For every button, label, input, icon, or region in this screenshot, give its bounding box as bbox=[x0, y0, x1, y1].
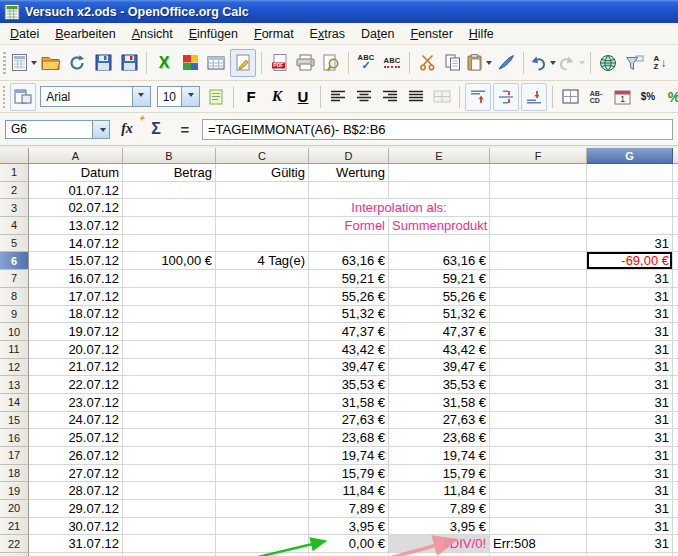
page-preview-button[interactable] bbox=[319, 50, 343, 76]
row-header-19[interactable]: 19 bbox=[0, 482, 29, 500]
cell-G10[interactable]: 31 bbox=[587, 323, 673, 341]
print-button[interactable] bbox=[293, 50, 317, 76]
cell-B20[interactable] bbox=[123, 500, 216, 518]
spellcheck-button[interactable]: ABC ✓ bbox=[354, 50, 378, 76]
menu-extras[interactable]: Extras bbox=[302, 23, 353, 44]
cell-C15[interactable] bbox=[216, 412, 309, 430]
cell-A3[interactable]: 02.07.12 bbox=[29, 199, 123, 217]
cell-F22[interactable]: Err:508 bbox=[490, 535, 587, 553]
align-center-button[interactable] bbox=[352, 84, 376, 110]
row-header-12[interactable]: 12 bbox=[0, 359, 29, 377]
column-header-A[interactable]: A bbox=[29, 148, 123, 164]
cell-F2[interactable] bbox=[490, 182, 587, 200]
cell-G6[interactable]: -69,00 € bbox=[587, 252, 673, 270]
column-header-C[interactable]: C bbox=[216, 148, 309, 164]
undo-button[interactable] bbox=[529, 50, 556, 76]
reload-button[interactable] bbox=[65, 50, 89, 76]
date-format-button[interactable]: 1 bbox=[610, 84, 634, 110]
cell-D8[interactable]: 55,26 € bbox=[309, 288, 389, 306]
cell-A10[interactable]: 19.07.12 bbox=[29, 323, 123, 341]
cell-B15[interactable] bbox=[123, 412, 216, 430]
row-header-7[interactable]: 7 bbox=[0, 270, 29, 288]
cell-F10[interactable] bbox=[490, 323, 587, 341]
edit-file-button[interactable] bbox=[230, 49, 256, 77]
cell-B14[interactable] bbox=[123, 394, 216, 412]
cell-B11[interactable] bbox=[123, 341, 216, 359]
menu-daten[interactable]: Daten bbox=[353, 23, 402, 44]
cell-D9[interactable]: 51,32 € bbox=[309, 306, 389, 324]
menu-format[interactable]: Format bbox=[246, 23, 302, 44]
cell-E9[interactable]: 51,32 € bbox=[389, 306, 490, 324]
function-button[interactable]: = bbox=[173, 118, 197, 140]
cell-F12[interactable] bbox=[490, 359, 587, 377]
row-header-14[interactable]: 14 bbox=[0, 394, 29, 412]
font-name-value[interactable]: Arial bbox=[41, 87, 131, 106]
cell-E12[interactable]: 39,47 € bbox=[389, 359, 490, 377]
align-vertical-center-button[interactable] bbox=[493, 83, 519, 111]
cell-G12[interactable]: 31 bbox=[587, 359, 673, 377]
cell-G1[interactable] bbox=[587, 164, 673, 182]
cell-C5[interactable] bbox=[216, 235, 309, 253]
align-right-button[interactable] bbox=[378, 84, 402, 110]
cell-D7[interactable]: 59,21 € bbox=[309, 270, 389, 288]
cell-A17[interactable]: 26.07.12 bbox=[29, 447, 123, 465]
cell-A1[interactable]: Datum bbox=[29, 164, 123, 182]
cell-E8[interactable]: 55,26 € bbox=[389, 288, 490, 306]
cell-B3[interactable] bbox=[123, 199, 216, 217]
cell-B1[interactable]: Betrag bbox=[123, 164, 216, 182]
cell-A7[interactable]: 16.07.12 bbox=[29, 270, 123, 288]
cell-B7[interactable] bbox=[123, 270, 216, 288]
cell-G2[interactable] bbox=[587, 182, 673, 200]
cell-E17[interactable]: 19,74 € bbox=[389, 447, 490, 465]
cell-G19[interactable]: 31 bbox=[587, 482, 673, 500]
insert-table-button[interactable] bbox=[204, 50, 228, 76]
export-pdf-button[interactable]: PDF bbox=[267, 50, 291, 76]
cell-G15[interactable]: 31 bbox=[587, 412, 673, 430]
cell-D16[interactable]: 23,68 € bbox=[309, 429, 389, 447]
currency-format-button[interactable]: $% bbox=[636, 84, 660, 110]
cell-D14[interactable]: 31,58 € bbox=[309, 394, 389, 412]
cell-B16[interactable] bbox=[123, 429, 216, 447]
cell-C6[interactable]: 4 Tag(e) bbox=[216, 252, 309, 270]
column-header-B[interactable]: B bbox=[123, 148, 216, 164]
row-header-4[interactable]: 4 bbox=[0, 217, 29, 235]
cell-B5[interactable] bbox=[123, 235, 216, 253]
cell-F1[interactable] bbox=[490, 164, 587, 182]
cell-F9[interactable] bbox=[490, 306, 587, 324]
cell-A9[interactable]: 18.07.12 bbox=[29, 306, 123, 324]
cell-G18[interactable]: 31 bbox=[587, 465, 673, 483]
cell-F8[interactable] bbox=[490, 288, 587, 306]
copy-button[interactable] bbox=[441, 50, 465, 76]
cell-E11[interactable]: 43,42 € bbox=[389, 341, 490, 359]
cell-B19[interactable] bbox=[123, 482, 216, 500]
row-header-3[interactable]: 3 bbox=[0, 199, 29, 217]
cell-A19[interactable]: 28.07.12 bbox=[29, 482, 123, 500]
cell-D12[interactable]: 39,47 € bbox=[309, 359, 389, 377]
italic-button[interactable]: K bbox=[265, 84, 289, 110]
cell-F7[interactable] bbox=[490, 270, 587, 288]
paste-button[interactable] bbox=[467, 50, 492, 76]
name-box-dropdown[interactable] bbox=[93, 120, 110, 139]
menu-ansicht[interactable]: Ansicht bbox=[124, 23, 181, 44]
sum-button[interactable]: Σ bbox=[144, 118, 168, 140]
cell-C7[interactable] bbox=[216, 270, 309, 288]
cell-F19[interactable] bbox=[490, 482, 587, 500]
cell-C19[interactable] bbox=[216, 482, 309, 500]
row-header-20[interactable]: 20 bbox=[0, 500, 29, 518]
cell-G22[interactable]: 31 bbox=[587, 535, 673, 553]
cell-A18[interactable]: 27.07.12 bbox=[29, 465, 123, 483]
cell-A16[interactable]: 25.07.12 bbox=[29, 429, 123, 447]
row-header-17[interactable]: 17 bbox=[0, 447, 29, 465]
font-name-combobox[interactable]: Arial bbox=[40, 86, 150, 107]
font-name-dropdown[interactable] bbox=[132, 87, 150, 106]
cell-G20[interactable]: 31 bbox=[587, 500, 673, 518]
open-button[interactable] bbox=[39, 50, 63, 76]
cell-C12[interactable] bbox=[216, 359, 309, 377]
paste-dropdown-arrow[interactable] bbox=[486, 61, 492, 68]
column-header-E[interactable]: E bbox=[389, 148, 490, 164]
cell-A15[interactable]: 24.07.12 bbox=[29, 412, 123, 430]
cell-A21[interactable]: 30.07.12 bbox=[29, 518, 123, 536]
cell-C4[interactable] bbox=[216, 217, 309, 235]
cell-F21[interactable] bbox=[490, 518, 587, 536]
cell-E2[interactable] bbox=[389, 182, 490, 200]
